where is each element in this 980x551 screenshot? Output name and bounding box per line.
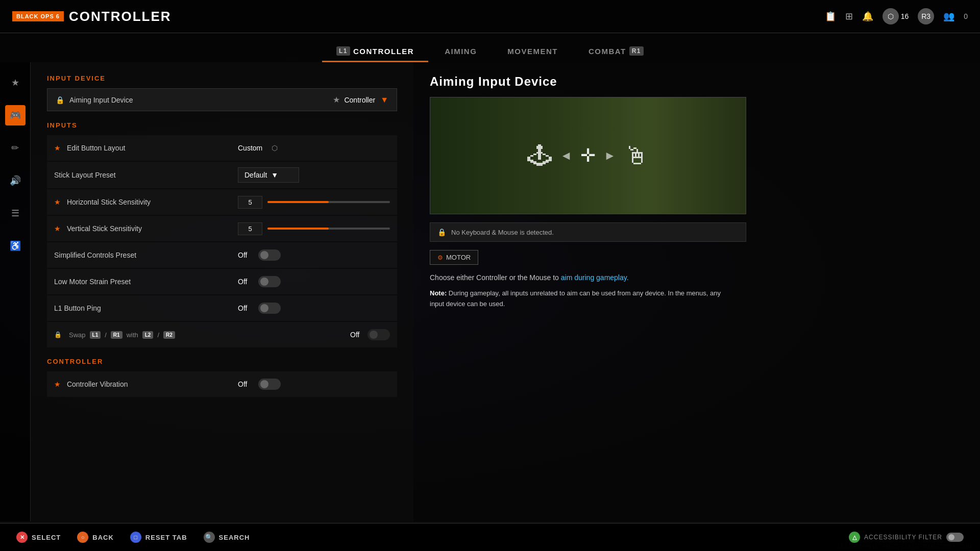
tab-movement[interactable]: MOVEMENT bbox=[493, 42, 572, 62]
select-label: SELECT bbox=[32, 534, 61, 541]
note-bold: Note: bbox=[430, 289, 447, 297]
setting-name-controller-vibration: ★ Controller Vibration bbox=[54, 380, 238, 388]
device-value: Controller bbox=[344, 96, 375, 104]
setting-row-edit-button-layout[interactable]: ★ Edit Button Layout Custom ⬡ bbox=[47, 135, 397, 161]
preview-image: 🕹 ◄ ✛ ► 🖱 bbox=[430, 97, 746, 214]
tab-icon-l1: L1 bbox=[336, 46, 350, 56]
crosshair-icon: ✛ bbox=[580, 145, 596, 166]
x-button-icon: ✕ bbox=[16, 532, 28, 543]
edit-button-layout-value: Custom ⬡ bbox=[238, 144, 390, 152]
sidebar-icon-star[interactable]: ★ bbox=[5, 72, 26, 93]
horizontal-sensitivity-value: 5 bbox=[238, 196, 390, 209]
vib-star-icon: ★ bbox=[54, 380, 61, 388]
v-sensitivity-value-box[interactable]: 5 bbox=[238, 222, 262, 235]
sidebar-icon-accessibility[interactable]: ♿ bbox=[5, 236, 26, 256]
low-motor-strain-toggle[interactable] bbox=[258, 276, 281, 287]
select-action[interactable]: ✕ SELECT bbox=[16, 532, 61, 543]
aiming-input-device-row[interactable]: 🔒 Aiming Input Device ★ Controller ▼ bbox=[47, 88, 397, 111]
device-lock-icon: 🔒 bbox=[56, 96, 64, 104]
l1-button-ping-toggle[interactable] bbox=[258, 303, 281, 314]
grid-icon[interactable]: ⊞ bbox=[845, 11, 853, 22]
simplified-controls-toggle[interactable] bbox=[258, 249, 281, 261]
simplified-controls-value: Off bbox=[238, 249, 390, 261]
tab-controller[interactable]: L1 CONTROLLER bbox=[322, 41, 428, 62]
warning-bar: 🔒 No Keyboard & Mouse is detected. bbox=[430, 222, 746, 242]
inputs-section-label: INPUTS bbox=[47, 121, 397, 129]
main-content: ★ 🎮 ✏ 🔊 ☰ ♿ INPUT DEVICE 🔒 Aiming Input … bbox=[0, 62, 980, 521]
setting-row-controller-vibration[interactable]: ★ Controller Vibration Off bbox=[47, 371, 397, 397]
controller-vibration-value: Off bbox=[238, 379, 390, 390]
settings-panel: INPUT DEVICE 🔒 Aiming Input Device ★ Con… bbox=[31, 62, 413, 521]
tab-aiming[interactable]: AIMING bbox=[430, 42, 491, 62]
tab-navigation: L1 CONTROLLER AIMING MOVEMENT COMBAT R1 bbox=[0, 33, 980, 62]
h-sensitivity-slider[interactable] bbox=[267, 201, 390, 203]
swap-btn-r2: R2 bbox=[163, 331, 175, 339]
sidebar-icon-speaker[interactable]: 🔊 bbox=[5, 170, 26, 191]
setting-row-simplified-controls[interactable]: Simplified Controls Preset Off bbox=[47, 242, 397, 268]
v-sensitivity-slider[interactable] bbox=[267, 228, 390, 230]
setting-row-swap[interactable]: 🔒 Swap L1 / R1 with L2 / R2 Off bbox=[47, 322, 397, 347]
stick-layout-dropdown[interactable]: Default ▼ bbox=[238, 167, 299, 183]
h-star-icon: ★ bbox=[54, 198, 61, 206]
controller-vibration-toggle[interactable] bbox=[258, 379, 281, 390]
tab-label-movement: MOVEMENT bbox=[507, 47, 558, 56]
vertical-sensitivity-value: 5 bbox=[238, 222, 390, 235]
bell-icon[interactable]: 🔔 bbox=[862, 11, 873, 22]
star-icon: ★ bbox=[54, 144, 61, 152]
motor-button[interactable]: ⚙ MOTOR bbox=[430, 250, 478, 265]
back-label: BACK bbox=[92, 534, 114, 541]
info-note: Note: During gameplay, all inputs unrela… bbox=[430, 288, 736, 310]
accessibility-label: ACCESSIBILITY FILTER bbox=[864, 534, 942, 541]
search-action[interactable]: 🔍 SEARCH bbox=[204, 532, 250, 543]
setting-row-vertical-sensitivity[interactable]: ★ Vertical Stick Sensitivity 5 bbox=[47, 216, 397, 241]
reset-tab-action[interactable]: □ RESET TAB bbox=[130, 532, 187, 543]
setting-row-l1-button-ping[interactable]: L1 Button Ping Off bbox=[47, 295, 397, 321]
motor-label: MOTOR bbox=[446, 254, 471, 261]
sidebar-icon-controller[interactable]: 🎮 bbox=[5, 105, 26, 126]
info-text: Choose either Controller or the Mouse to… bbox=[430, 272, 736, 283]
topbar-icons: 📋 ⊞ 🔔 ⬡ 16 R3 👥 0 bbox=[825, 8, 968, 24]
tab-combat[interactable]: COMBAT R1 bbox=[574, 41, 658, 62]
search-icon: 🔍 bbox=[204, 532, 215, 543]
logo-area: BLACK OPS 6 CONTROLLER bbox=[12, 9, 172, 24]
stick-layout-value: Default ▼ bbox=[238, 167, 390, 183]
setting-name-l1-button-ping: L1 Button Ping bbox=[54, 304, 238, 312]
logo-sub: BLACK OPS 6 bbox=[12, 11, 64, 21]
swap-btn-l2: L2 bbox=[142, 331, 154, 339]
device-star-icon: ★ bbox=[333, 95, 340, 105]
mouse-preview-icon: 🖱 bbox=[624, 142, 649, 170]
back-action[interactable]: ○ BACK bbox=[77, 532, 114, 543]
friends-icon[interactable]: 👥 bbox=[943, 11, 954, 22]
level-value: 16 bbox=[901, 12, 909, 20]
accessibility-area: △ ACCESSIBILITY FILTER bbox=[849, 532, 964, 543]
swap-lock-icon: 🔒 bbox=[54, 331, 62, 338]
sidebar-icon-pencil[interactable]: ✏ bbox=[5, 138, 26, 158]
arrow-right-icon: ► bbox=[604, 148, 616, 163]
l1-button-ping-value: Off bbox=[238, 303, 390, 314]
swap-slash: / bbox=[105, 331, 107, 339]
h-sensitivity-value-box[interactable]: 5 bbox=[238, 196, 262, 209]
o-button-icon: ○ bbox=[77, 532, 88, 543]
setting-row-low-motor-strain[interactable]: Low Motor Strain Preset Off bbox=[47, 269, 397, 294]
setting-name-stick-layout: Stick Layout Preset bbox=[54, 171, 238, 179]
square-button-icon: □ bbox=[130, 532, 141, 543]
setting-name-edit-button-layout: ★ Edit Button Layout bbox=[54, 144, 238, 152]
swap-text-swap: Swap bbox=[69, 331, 86, 339]
external-link-icon[interactable]: ⬡ bbox=[272, 144, 278, 152]
tab-label-controller: CONTROLLER bbox=[353, 47, 414, 56]
setting-name-low-motor-strain: Low Motor Strain Preset bbox=[54, 278, 238, 286]
v-star-icon: ★ bbox=[54, 224, 61, 233]
triangle-button-icon: △ bbox=[849, 532, 860, 543]
sidebar-icon-list[interactable]: ☰ bbox=[5, 203, 26, 223]
search-label: SEARCH bbox=[219, 534, 250, 541]
setting-name-horizontal-sensitivity: ★ Horizontal Stick Sensitivity bbox=[54, 198, 238, 206]
device-dropdown-arrow[interactable]: ▼ bbox=[380, 95, 388, 105]
setting-row-horizontal-sensitivity[interactable]: ★ Horizontal Stick Sensitivity 5 bbox=[47, 189, 397, 215]
setting-row-stick-layout[interactable]: Stick Layout Preset Default ▼ bbox=[47, 162, 397, 188]
document-icon[interactable]: 📋 bbox=[825, 11, 836, 22]
swap-toggle[interactable] bbox=[368, 329, 390, 340]
swap-btn-r1: R1 bbox=[111, 331, 122, 339]
arrow-left-icon: ◄ bbox=[560, 148, 572, 163]
accessibility-toggle[interactable] bbox=[946, 533, 964, 542]
friends-count: 0 bbox=[964, 12, 968, 20]
